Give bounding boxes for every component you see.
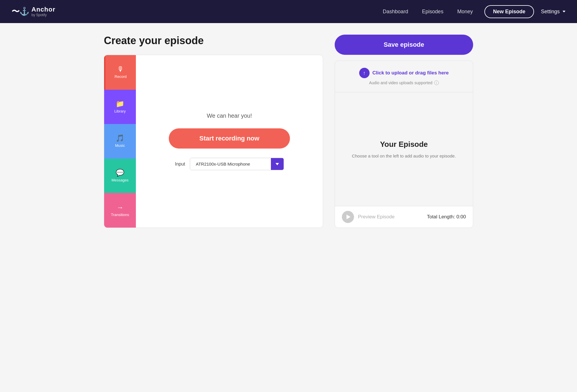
microphone-icon: 🎙 xyxy=(117,66,124,73)
input-dropdown-button[interactable] xyxy=(271,158,284,170)
nav-dashboard[interactable]: Dashboard xyxy=(383,9,408,15)
episode-placeholder-title: Your Episode xyxy=(380,140,428,149)
logo-spotify-label: by Spotify xyxy=(31,13,55,17)
input-select-wrapper xyxy=(190,158,284,170)
info-icon[interactable]: i xyxy=(434,80,439,85)
save-episode-button[interactable]: Save episode xyxy=(335,35,473,55)
upload-subtext-label: Audio and video uploads supported xyxy=(369,80,432,85)
tool-library-button[interactable]: 📁 Library xyxy=(104,90,136,124)
navbar: 〜⚓ Anchor by Spotify Dashboard Episodes … xyxy=(0,0,577,23)
upload-subtext: Audio and video uploads supported i xyxy=(369,80,439,85)
preview-episode-label: Preview Episode xyxy=(358,214,423,220)
logo-anchor-label: Anchor xyxy=(31,6,55,13)
play-triangle-icon xyxy=(346,215,351,219)
episode-placeholder-sub: Choose a tool on the left to add audio t… xyxy=(352,153,456,158)
settings-menu[interactable]: Settings xyxy=(541,9,565,15)
upload-text[interactable]: Click to upload or drag files here xyxy=(372,70,449,76)
tool-transitions-button[interactable]: → Transitions xyxy=(104,193,136,228)
total-length-label: Total Length: 0:00 xyxy=(427,214,466,220)
main-content: Create your episode 🎙 Record 📁 Library 🎵… xyxy=(87,23,490,239)
tool-music-button[interactable]: 🎵 Music xyxy=(104,124,136,159)
tool-library-label: Library xyxy=(114,109,126,113)
library-icon: 📁 xyxy=(116,100,124,107)
upload-top[interactable]: ↑ Click to upload or drag files here Aud… xyxy=(335,61,473,92)
tool-record-label: Record xyxy=(115,74,127,79)
anchor-logo-icon: 〜⚓ xyxy=(12,6,29,17)
tool-record-button[interactable]: 🎙 Record xyxy=(104,55,136,90)
upload-icon-row: ↑ Click to upload or drag files here xyxy=(359,68,449,78)
tool-transitions-label: Transitions xyxy=(111,213,129,217)
input-row: Input xyxy=(175,158,284,170)
messages-icon: 💬 xyxy=(116,169,124,176)
play-button[interactable] xyxy=(342,211,354,223)
start-recording-button[interactable]: Start recording now xyxy=(169,128,290,149)
nav-episodes[interactable]: Episodes xyxy=(422,9,443,15)
upload-circle-icon: ↑ xyxy=(359,68,370,78)
editor-content: We can hear you! Start recording now Inp… xyxy=(136,55,323,228)
transitions-icon: → xyxy=(117,204,123,211)
new-episode-button[interactable]: New Episode xyxy=(484,5,534,18)
nav-links: Dashboard Episodes Money xyxy=(383,9,473,15)
right-panel: Save episode ↑ Click to upload or drag f… xyxy=(335,35,473,228)
music-icon: 🎵 xyxy=(116,135,124,142)
page-title: Create your episode xyxy=(104,35,323,47)
upload-area: ↑ Click to upload or drag files here Aud… xyxy=(335,61,473,228)
tool-messages-button[interactable]: 💬 Messages xyxy=(104,159,136,193)
logo: 〜⚓ Anchor by Spotify xyxy=(12,6,55,17)
settings-label: Settings xyxy=(541,9,560,15)
chevron-down-icon xyxy=(276,163,279,165)
hear-you-text: We can hear you! xyxy=(207,112,252,119)
left-panel: Create your episode 🎙 Record 📁 Library 🎵… xyxy=(104,35,323,228)
tool-messages-label: Messages xyxy=(111,178,128,182)
chevron-down-icon xyxy=(563,11,565,12)
episode-placeholder: Your Episode Choose a tool on the left t… xyxy=(335,92,473,206)
microphone-input[interactable] xyxy=(190,158,271,170)
nav-money[interactable]: Money xyxy=(457,9,473,15)
input-label: Input xyxy=(175,162,185,167)
editor-area: 🎙 Record 📁 Library 🎵 Music 💬 Messages → xyxy=(104,55,323,228)
preview-bar: Preview Episode Total Length: 0:00 xyxy=(335,206,473,228)
tool-music-label: Music xyxy=(115,143,125,148)
logo-text: Anchor by Spotify xyxy=(31,6,55,17)
tools-sidebar: 🎙 Record 📁 Library 🎵 Music 💬 Messages → xyxy=(104,55,136,228)
